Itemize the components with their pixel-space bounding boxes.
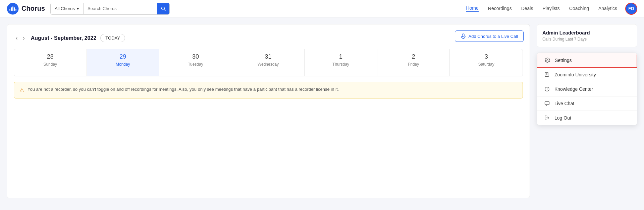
logo-area: Chorus [7, 3, 45, 15]
svg-line-7 [164, 9, 165, 11]
admin-leaderboard: Admin Leaderboard Calls During Last 7 Da… [537, 24, 637, 47]
today-button[interactable]: TODAY [100, 34, 125, 42]
logo-text: Chorus [21, 5, 45, 12]
admin-leaderboard-title: Admin Leaderboard [542, 30, 632, 36]
zoominfo-university-label: Zoominfo University [554, 72, 596, 77]
day-name-1: Monday [116, 62, 130, 67]
search-area: All Chorus ▾ [50, 3, 170, 15]
day-number-2: 30 [162, 53, 229, 60]
search-button[interactable] [157, 3, 169, 15]
warning-text: You are not a recorder, so you can't tog… [28, 87, 339, 92]
dropdown-item-knowledge-center[interactable]: Knowledge Center [537, 82, 637, 96]
dropdown-item-settings[interactable]: Settings [537, 53, 637, 68]
search-icon [161, 6, 166, 11]
svg-rect-5 [15, 9, 16, 11]
calendar-month-label: August - September, 2022 [31, 35, 97, 41]
day-name-3: Wednesday [258, 62, 279, 67]
day-name-0: Sunday [43, 62, 57, 67]
svg-rect-4 [14, 7, 15, 11]
prev-month-button[interactable]: ‹ [14, 34, 19, 42]
nav-deals[interactable]: Deals [521, 6, 533, 12]
main-content: Add Chorus to a Live Call ‹ › August - S… [0, 17, 644, 205]
svg-rect-2 [11, 7, 12, 11]
nav-playlists[interactable]: Playlists [542, 6, 559, 12]
chorus-logo-icon [7, 3, 19, 15]
day-number-1: 29 [90, 53, 157, 60]
calendar-day-6[interactable]: 3 Saturday [450, 49, 523, 76]
calendar-panel: Add Chorus to a Live Call ‹ › August - S… [7, 24, 530, 198]
day-number-5: 2 [380, 53, 447, 60]
warning-icon: ⚠ [19, 87, 24, 93]
svg-rect-1 [9, 9, 10, 11]
svg-point-17 [547, 90, 547, 90]
svg-rect-18 [545, 102, 549, 105]
dropdown-item-live-chat[interactable]: Live Chat [537, 96, 637, 111]
dropdown-menu: Settings Zoominfo University [537, 53, 637, 125]
dropdown-item-logout[interactable]: Log Out [537, 111, 637, 125]
calendar-nav: ‹ › [14, 34, 27, 42]
calendar-day-3[interactable]: 31 Wednesday [232, 49, 305, 76]
nav-coaching[interactable]: Coaching [569, 6, 589, 12]
calendar-day-4[interactable]: 1 Thursday [305, 49, 377, 76]
day-name-4: Thursday [332, 62, 349, 67]
calendar-day-2[interactable]: 30 Tuesday [159, 49, 232, 76]
day-number-4: 1 [307, 53, 374, 60]
search-input-wrap [83, 3, 170, 15]
calendar-day-5[interactable]: 2 Friday [377, 49, 450, 76]
settings-label: Settings [555, 58, 572, 63]
warning-banner: ⚠ You are not a recorder, so you can't t… [14, 82, 523, 98]
svg-rect-8 [462, 34, 464, 37]
dropdown-item-zoominfo-university[interactable]: Zoominfo University [537, 68, 637, 82]
right-sidebar: Admin Leaderboard Calls During Last 7 Da… [537, 24, 637, 198]
calendar-days-grid: 28 Sunday 29 Monday 30 Tuesday 31 Wednes… [14, 49, 523, 76]
all-chorus-label: All Chorus [55, 6, 75, 11]
user-avatar[interactable]: FD [625, 3, 637, 15]
next-month-button[interactable]: › [21, 34, 26, 42]
add-chorus-label: Add Chorus to a Live Call [469, 34, 518, 39]
calendar-header: ‹ › August - September, 2022 TODAY 2 [14, 34, 523, 42]
day-number-3: 31 [235, 53, 302, 60]
book-icon [544, 72, 550, 77]
day-name-2: Tuesday [188, 62, 203, 67]
calendar-day-1[interactable]: 29 Monday [87, 49, 160, 76]
day-number-0: 28 [17, 53, 84, 60]
header: Chorus All Chorus ▾ Home Recordings Deal… [0, 0, 644, 17]
knowledge-icon [544, 86, 550, 92]
logout-icon [544, 115, 550, 121]
all-chorus-dropdown[interactable]: All Chorus ▾ [50, 3, 83, 15]
calendar-day-0[interactable]: 28 Sunday [14, 49, 87, 76]
search-input[interactable] [84, 4, 157, 13]
day-number-6: 3 [452, 53, 520, 60]
main-nav: Home Recordings Deals Playlists Coaching… [466, 5, 617, 12]
nav-recordings[interactable]: Recordings [488, 6, 512, 12]
live-chat-label: Live Chat [554, 101, 574, 106]
knowledge-center-label: Knowledge Center [554, 86, 593, 92]
microphone-icon [461, 33, 466, 39]
logout-label: Log Out [554, 115, 571, 121]
nav-home[interactable]: Home [466, 5, 478, 12]
day-name-5: Friday [408, 62, 419, 67]
nav-analytics[interactable]: Analytics [598, 6, 617, 12]
gear-icon [544, 58, 551, 63]
chat-icon [544, 101, 550, 106]
day-name-6: Saturday [478, 62, 494, 67]
admin-leaderboard-subtitle: Calls During Last 7 Days [542, 37, 632, 42]
svg-rect-3 [12, 6, 13, 11]
chevron-down-icon: ▾ [77, 6, 79, 11]
add-chorus-button[interactable]: Add Chorus to a Live Call [455, 30, 524, 42]
